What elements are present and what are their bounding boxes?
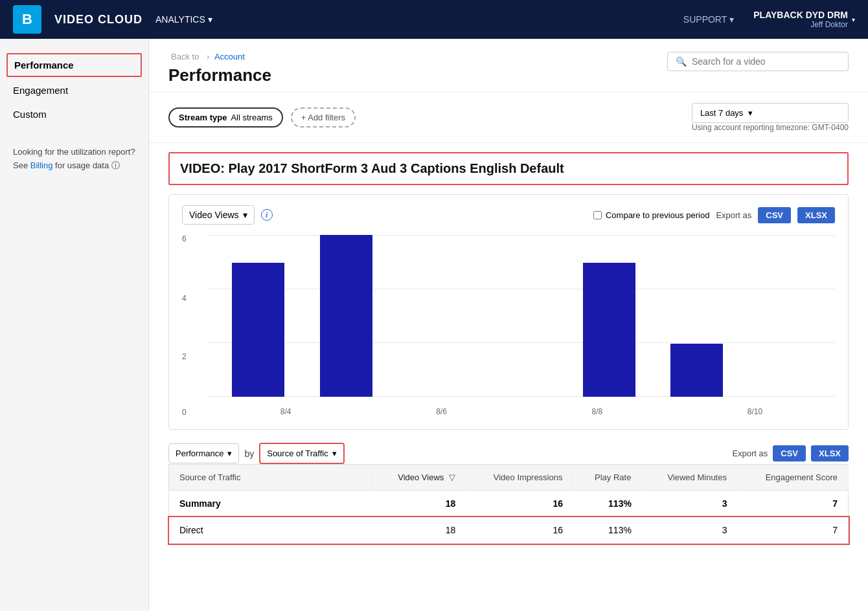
- bar-group-6[interactable]: [653, 235, 740, 397]
- th-play-rate: Play Rate: [573, 465, 642, 491]
- by-label: by: [244, 449, 254, 459]
- billing-link[interactable]: Billing: [30, 161, 53, 170]
- support-menu[interactable]: SUPPORT ▾: [683, 14, 734, 25]
- account-menu[interactable]: PLAYBACK DYD DRM Jeff Doktor ▾: [753, 10, 855, 29]
- bar-6: [670, 344, 723, 397]
- bottom-export-xlsx-button[interactable]: XLSX: [811, 445, 849, 461]
- data-table: Source of Traffic Video Views ▽ Video Im…: [168, 464, 849, 544]
- bottom-section: Performance ▾ by Source of Traffic ▾ Exp…: [168, 443, 849, 544]
- nav-left: B VIDEO CLOUD ANALYTICS ▾: [13, 5, 212, 34]
- header-row: Back to › Account Performance 🔍: [168, 52, 849, 85]
- chart-section: Video Views ▾ i Compare to previous peri…: [168, 194, 849, 430]
- stream-type-filter[interactable]: Stream type All streams: [168, 107, 283, 128]
- direct-views: 18: [372, 517, 466, 544]
- source-of-traffic-select[interactable]: Source of Traffic ▾: [259, 443, 344, 464]
- logo: B: [13, 5, 41, 34]
- sidebar-item-performance[interactable]: Performance: [6, 53, 142, 77]
- page-title: Performance: [168, 65, 271, 85]
- analytics-menu[interactable]: ANALYTICS ▾: [155, 14, 212, 25]
- th-source: Source of Traffic: [169, 465, 373, 491]
- direct-minutes: 3: [642, 517, 738, 544]
- performance-caret-icon: ▾: [227, 449, 232, 458]
- th-engagement: Engagement Score: [737, 465, 848, 491]
- search-input[interactable]: [692, 56, 840, 67]
- sidebar-item-custom[interactable]: Custom: [0, 102, 148, 126]
- th-video-views[interactable]: Video Views ▽: [372, 465, 466, 491]
- summary-source: Summary: [169, 491, 373, 517]
- compare-period[interactable]: Compare to previous period: [593, 210, 709, 220]
- search-bar[interactable]: 🔍: [667, 52, 849, 71]
- summary-views: 18: [372, 491, 466, 517]
- breadcrumb-link[interactable]: Account: [214, 52, 245, 61]
- th-viewed-minutes: Viewed Minutes: [642, 465, 738, 491]
- date-caret-icon: ▾: [748, 108, 753, 118]
- search-icon: 🔍: [676, 56, 687, 67]
- metric-caret-icon: ▾: [243, 210, 247, 220]
- source-caret-icon: ▾: [332, 449, 337, 458]
- x-label-86: 8/6: [436, 407, 447, 416]
- th-impressions: Video Impressions: [466, 465, 573, 491]
- chart-controls-right: Compare to previous period Export as CSV…: [593, 207, 835, 223]
- video-title-banner: VIDEO: Play 2017 ShortForm 3 Aud 3 Capti…: [168, 152, 849, 185]
- compare-checkbox-input[interactable]: [593, 211, 602, 219]
- direct-playrate: 113%: [573, 517, 642, 544]
- bar-1: [232, 263, 284, 397]
- filters-left: Stream type All streams + Add filters: [168, 107, 356, 128]
- performance-select[interactable]: Performance ▾: [168, 443, 239, 463]
- support-caret-icon: ▾: [729, 14, 734, 25]
- bar-2: [320, 235, 372, 397]
- bottom-controls: Performance ▾ by Source of Traffic ▾ Exp…: [168, 443, 849, 464]
- table-header: Source of Traffic Video Views ▽ Video Im…: [169, 465, 849, 491]
- sort-icon: ▽: [449, 472, 455, 482]
- chart-controls-left: Video Views ▾ i: [182, 205, 273, 225]
- bar-5: [583, 263, 635, 397]
- summary-playrate: 113%: [573, 491, 642, 517]
- export-label: Export as: [716, 210, 751, 220]
- top-nav: B VIDEO CLOUD ANALYTICS ▾ SUPPORT ▾ PLAY…: [0, 0, 868, 39]
- x-label-84: 8/4: [280, 407, 291, 416]
- sidebar-item-engagement[interactable]: Engagement: [0, 78, 148, 102]
- date-range-select[interactable]: Last 7 days ▾: [692, 103, 849, 123]
- y-label-4: 4: [182, 294, 187, 303]
- bar-group-4[interactable]: [477, 235, 565, 397]
- bar-group-7[interactable]: [741, 235, 828, 397]
- bar-group-3[interactable]: [390, 235, 477, 397]
- summary-minutes: 3: [642, 491, 738, 517]
- brand-name: VIDEO CLOUD: [54, 13, 143, 27]
- bar-group-5[interactable]: [565, 235, 653, 397]
- metric-info-icon[interactable]: i: [261, 209, 273, 221]
- table-row-summary: Summary 18 16 113% 3 7: [169, 491, 849, 517]
- x-label-88: 8/8: [591, 407, 602, 416]
- summary-engagement: 7: [737, 491, 848, 517]
- metric-select[interactable]: Video Views ▾: [182, 205, 255, 225]
- table-body: Summary 18 16 113% 3 7 Direct 18 16 113%…: [169, 491, 849, 544]
- utilization-note: Looking for the utilization report? See …: [0, 133, 148, 186]
- direct-source: Direct: [169, 517, 373, 544]
- filters-bar: Stream type All streams + Add filters La…: [149, 93, 868, 143]
- bottom-controls-right: Export as CSV XLSX: [732, 445, 849, 461]
- content-header: Back to › Account Performance 🔍: [149, 39, 868, 93]
- table-row-direct[interactable]: Direct 18 16 113% 3 7: [169, 517, 849, 544]
- x-labels: 8/4 8/6 8/8 8/10: [208, 407, 835, 416]
- bar-group-2[interactable]: [302, 235, 389, 397]
- direct-engagement: 7: [737, 517, 848, 544]
- table-header-row: Source of Traffic Video Views ▽ Video Im…: [169, 465, 849, 491]
- filters-right: Last 7 days ▾ Using account reporting ti…: [692, 103, 849, 132]
- export-csv-button[interactable]: CSV: [758, 207, 791, 223]
- breadcrumb-separator: ›: [207, 52, 212, 61]
- main-content: Back to › Account Performance 🔍 Stream t…: [149, 39, 868, 611]
- summary-impressions: 16: [466, 491, 573, 517]
- bar-chart: 6 4 2 0: [182, 235, 835, 416]
- breadcrumb: Back to › Account: [168, 52, 271, 61]
- header-left: Back to › Account Performance: [168, 52, 271, 85]
- add-filter-button[interactable]: + Add filters: [291, 107, 356, 128]
- y-label-0: 0: [182, 408, 187, 417]
- chart-controls: Video Views ▾ i Compare to previous peri…: [182, 205, 835, 225]
- export-xlsx-button[interactable]: XLSX: [797, 207, 835, 223]
- y-label-6: 6: [182, 234, 187, 243]
- direct-impressions: 16: [466, 517, 573, 544]
- account-caret-icon: ▾: [852, 16, 855, 23]
- bottom-export-csv-button[interactable]: CSV: [773, 445, 806, 461]
- bar-group-1[interactable]: [214, 235, 302, 397]
- account-name: PLAYBACK DYD DRM: [753, 10, 848, 20]
